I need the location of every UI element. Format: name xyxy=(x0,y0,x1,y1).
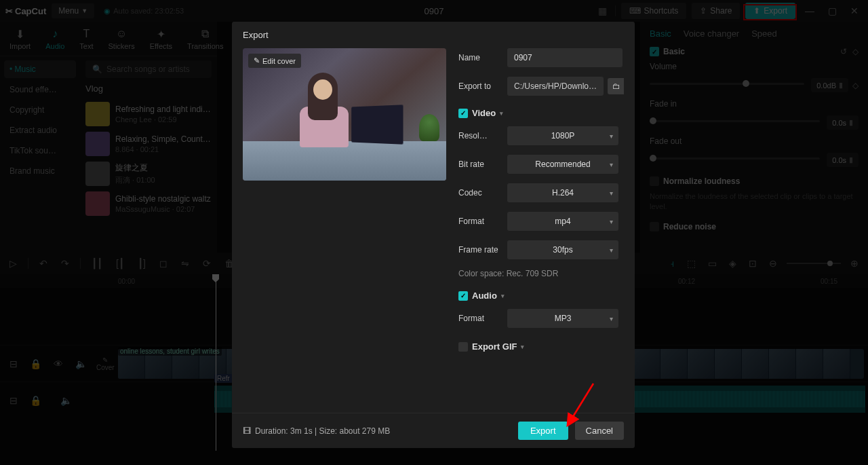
framerate-label: Frame rate xyxy=(458,245,507,255)
chevron-down-icon: ▾ xyxy=(610,315,613,322)
chevron-down-icon: ▾ xyxy=(610,189,613,197)
resolution-select[interactable]: 1080P▾ xyxy=(507,126,618,145)
exportto-label: Export to xyxy=(458,81,507,91)
checkbox-icon: ✓ xyxy=(458,291,468,301)
gif-section-toggle[interactable]: ✓Export GIF▾ xyxy=(458,341,618,352)
folder-icon: 🗀 xyxy=(612,81,620,91)
exportto-path: C:/Users/HP/Downlo… xyxy=(507,77,604,96)
bitrate-select[interactable]: Recommended▾ xyxy=(507,155,618,174)
chevron-down-icon: ▾ xyxy=(610,132,613,140)
export-size-info: 🎞Duration: 3m 1s | Size: about 279 MB xyxy=(243,426,390,436)
edit-cover-button[interactable]: ✎Edit cover xyxy=(248,54,301,68)
checkbox-icon: ✓ xyxy=(458,109,468,118)
export-confirm-button[interactable]: Export xyxy=(518,422,568,440)
audio-format-label: Format xyxy=(458,314,507,323)
export-modal: Export ✎Edit cover Name Export toC:/User… xyxy=(232,22,635,448)
caret-icon: ▾ xyxy=(500,110,503,117)
chevron-down-icon: ▾ xyxy=(610,246,613,254)
caret-icon: ▾ xyxy=(521,343,524,350)
film-icon: 🎞 xyxy=(243,426,251,436)
browse-folder-button[interactable]: 🗀 xyxy=(608,78,624,94)
audio-format-select[interactable]: MP3▾ xyxy=(507,309,618,328)
export-form: Name Export toC:/Users/HP/Downlo…🗀 ✓Vide… xyxy=(458,48,624,413)
bitrate-label: Bit rate xyxy=(458,160,507,169)
pencil-icon: ✎ xyxy=(254,56,260,65)
resolution-label: Resol… xyxy=(458,131,507,141)
format-select[interactable]: mp4▾ xyxy=(507,212,618,231)
modal-title: Export xyxy=(232,22,635,48)
cover-preview: ✎Edit cover xyxy=(243,48,446,181)
checkbox-icon: ✓ xyxy=(458,342,468,352)
colorspace-info: Color space: Rec. 709 SDR xyxy=(458,269,618,278)
codec-select[interactable]: H.264▾ xyxy=(507,183,618,202)
chevron-down-icon: ▾ xyxy=(610,161,613,168)
video-section-toggle[interactable]: ✓Video▾ xyxy=(458,108,618,118)
chevron-down-icon: ▾ xyxy=(610,218,613,225)
framerate-select[interactable]: 30fps▾ xyxy=(507,240,618,259)
name-input[interactable] xyxy=(507,48,623,67)
audio-section-toggle[interactable]: ✓Audio▾ xyxy=(458,291,618,301)
name-label: Name xyxy=(458,53,507,62)
format-label: Format xyxy=(458,217,507,226)
cancel-button[interactable]: Cancel xyxy=(575,422,624,440)
codec-label: Codec xyxy=(458,188,507,198)
caret-icon: ▾ xyxy=(501,293,505,299)
